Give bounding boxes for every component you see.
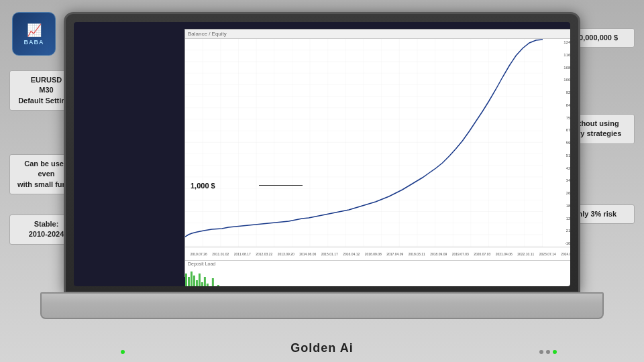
svg-rect-12 <box>207 284 209 286</box>
logo-text: BABA <box>24 39 44 46</box>
scene: 📈 BABA EURUSDM30Default Settings Can be … <box>0 0 644 362</box>
svg-rect-7 <box>193 276 195 286</box>
svg-rect-8 <box>196 280 198 286</box>
logo-icon: 📈 <box>27 23 42 38</box>
svg-rect-11 <box>204 277 206 286</box>
deposit-chart: Deposit Load <box>185 260 570 286</box>
svg-rect-10 <box>201 282 203 286</box>
svg-rect-3 <box>185 39 543 247</box>
deposit-svg <box>185 270 543 286</box>
svg-rect-6 <box>191 272 193 286</box>
bottom-bar: Golden Ai <box>0 341 644 355</box>
chart-title: Balance / Equity <box>185 29 570 39</box>
svg-rect-5 <box>188 277 190 286</box>
logo-box: 📈 BABA <box>12 12 56 56</box>
chart-main: 12499522 11688762 10842303 10041244 9240… <box>185 39 570 247</box>
svg-rect-4 <box>185 274 187 286</box>
y-axis: 12499522 11688762 10842303 10041244 9240… <box>544 39 570 247</box>
chart-svg <box>185 39 543 247</box>
laptop-screen: Balance / Equity <box>64 12 580 294</box>
label-line <box>259 185 303 186</box>
laptop-base <box>40 294 604 319</box>
start-deposit-label: 1,000 $ <box>191 182 215 190</box>
chart-container: Balance / Equity <box>184 29 570 277</box>
svg-rect-16 <box>217 285 219 286</box>
svg-rect-14 <box>212 278 214 286</box>
x-axis: 2010.07.26 2011.01.02 2011.08.17 2012.03… <box>185 247 570 260</box>
svg-rect-9 <box>199 274 201 286</box>
app-title: Golden Ai <box>290 341 353 355</box>
laptop-screen-inner: Balance / Equity <box>74 22 570 286</box>
